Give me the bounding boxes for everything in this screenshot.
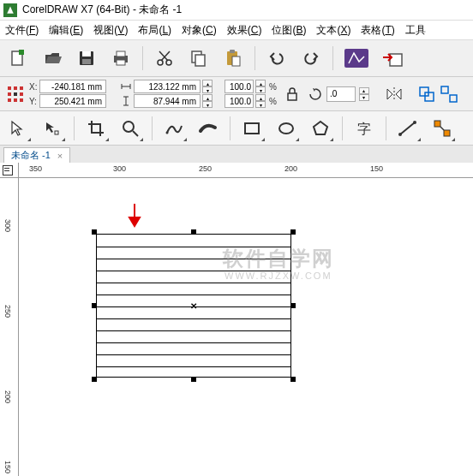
- toolbar-separator: [332, 46, 333, 70]
- y-label: Y:: [29, 97, 38, 106]
- svg-rect-1: [19, 50, 24, 55]
- svg-rect-29: [425, 92, 434, 101]
- copy-button[interactable]: [186, 45, 212, 71]
- width-input[interactable]: [134, 80, 201, 93]
- pick-tool[interactable]: [5, 116, 31, 141]
- svg-line-44: [440, 127, 444, 130]
- scale-y-input[interactable]: [225, 94, 254, 108]
- watermark-url: WWW.RJZXW.COM: [225, 271, 332, 281]
- toolbar-separator: [254, 46, 255, 70]
- selection-handle[interactable]: [92, 377, 97, 382]
- ruler-origin[interactable]: [0, 163, 19, 178]
- scale-y-spinner[interactable]: ▴▾: [255, 94, 266, 108]
- toolbar-separator: [142, 46, 143, 70]
- zoom-tool[interactable]: [117, 116, 143, 141]
- annotation-arrow-icon: [127, 202, 142, 231]
- selection-handle[interactable]: [191, 229, 196, 235]
- menu-file[interactable]: 文件(F): [5, 23, 39, 38]
- paste-button[interactable]: [220, 45, 246, 71]
- rotation-input[interactable]: [326, 86, 356, 102]
- ellipse-tool[interactable]: [273, 116, 299, 141]
- position-icon: [5, 84, 26, 104]
- doc-name: 未命名 -1: [139, 3, 182, 15]
- ruler-tick: 200: [284, 164, 297, 173]
- freehand-tool[interactable]: [161, 116, 187, 141]
- rotation-spinner[interactable]: ▴▾: [359, 87, 369, 101]
- ruler-tick: 200: [3, 390, 12, 403]
- polygon-tool[interactable]: [308, 116, 333, 141]
- svg-rect-31: [450, 95, 457, 102]
- menu-edit[interactable]: 编辑(E): [49, 23, 83, 38]
- selection-handle[interactable]: [290, 377, 296, 382]
- crop-tool[interactable]: [83, 116, 109, 141]
- menu-effect[interactable]: 效果(C): [227, 23, 262, 38]
- svg-rect-11: [195, 55, 205, 66]
- selection-handle[interactable]: [191, 377, 196, 382]
- ruler-tick: 150: [3, 461, 12, 473]
- menu-layout[interactable]: 布局(L): [138, 23, 171, 38]
- selection-handle[interactable]: [290, 229, 296, 235]
- watermark-text: 软件自学网: [223, 245, 334, 272]
- horizontal-ruler[interactable]: 350 300 250 200 150: [19, 163, 473, 178]
- tab-close-button[interactable]: ×: [57, 151, 63, 161]
- selection-handle[interactable]: [92, 303, 97, 308]
- menu-tools[interactable]: 工具: [405, 23, 426, 38]
- svg-rect-3: [82, 51, 91, 57]
- svg-rect-21: [14, 92, 17, 96]
- dimension-tool[interactable]: [395, 116, 421, 141]
- selection-center-icon: ✕: [190, 301, 197, 311]
- y-input[interactable]: [39, 94, 106, 108]
- menu-table[interactable]: 表格(T): [361, 23, 394, 38]
- selection-handle[interactable]: [290, 303, 296, 308]
- text-tool[interactable]: 字: [351, 116, 377, 141]
- print-button[interactable]: [108, 45, 134, 71]
- artistic-media-tool[interactable]: [195, 116, 221, 141]
- drawing-canvas[interactable]: ✕ 软件自学网 WWW.RJZXW.COM: [19, 178, 473, 476]
- cut-button[interactable]: [152, 45, 177, 71]
- size-fields: ▴▾ ▴▾: [120, 80, 213, 108]
- break-button[interactable]: [440, 81, 458, 107]
- menu-view[interactable]: 视图(V): [93, 23, 128, 38]
- new-button[interactable]: [5, 45, 31, 71]
- selection-handle[interactable]: [92, 229, 97, 235]
- rectangle-tool[interactable]: [239, 116, 265, 141]
- app-icon: [3, 3, 17, 17]
- height-spinner[interactable]: ▴▾: [202, 94, 213, 108]
- export-button[interactable]: [380, 45, 405, 71]
- height-input[interactable]: [134, 94, 201, 108]
- lock-ratio-button[interactable]: [284, 86, 301, 103]
- menu-bitmap[interactable]: 位图(B): [272, 23, 306, 38]
- scale-x-spinner[interactable]: ▴▾: [255, 80, 266, 93]
- position-fields: X: Y:: [29, 80, 106, 108]
- combine-button[interactable]: [417, 81, 436, 107]
- svg-rect-25: [20, 98, 23, 102]
- svg-point-33: [123, 122, 134, 132]
- mirror-h-button[interactable]: [385, 86, 404, 102]
- canvas-area: 350 300 250 200 150 300 250 200 150: [0, 163, 473, 476]
- scale-x-input[interactable]: [225, 80, 254, 93]
- launch-button[interactable]: [342, 45, 371, 71]
- svg-rect-22: [20, 92, 23, 96]
- save-button[interactable]: [74, 45, 99, 71]
- svg-rect-28: [420, 87, 428, 96]
- document-tab[interactable]: 未命名 -1 ×: [3, 147, 70, 163]
- menu-text[interactable]: 文本(X): [316, 23, 350, 38]
- svg-rect-43: [444, 130, 450, 136]
- connector-tool[interactable]: [429, 116, 455, 141]
- svg-point-41: [413, 121, 416, 124]
- shape-tool[interactable]: [39, 116, 65, 141]
- menu-object[interactable]: 对象(C): [182, 23, 217, 38]
- x-input[interactable]: [39, 80, 106, 93]
- ruler-tick: 350: [29, 164, 42, 173]
- vertical-ruler[interactable]: 300 250 200 150: [0, 178, 19, 476]
- redo-button[interactable]: [298, 45, 324, 71]
- open-button[interactable]: [39, 45, 65, 71]
- undo-button[interactable]: [264, 45, 290, 71]
- toolbox-separator: [386, 116, 386, 140]
- svg-rect-7: [117, 60, 125, 65]
- width-spinner[interactable]: ▴▾: [202, 80, 213, 93]
- svg-point-37: [279, 123, 293, 134]
- svg-rect-14: [232, 57, 240, 66]
- svg-rect-24: [14, 98, 17, 102]
- standard-toolbar: [0, 39, 473, 77]
